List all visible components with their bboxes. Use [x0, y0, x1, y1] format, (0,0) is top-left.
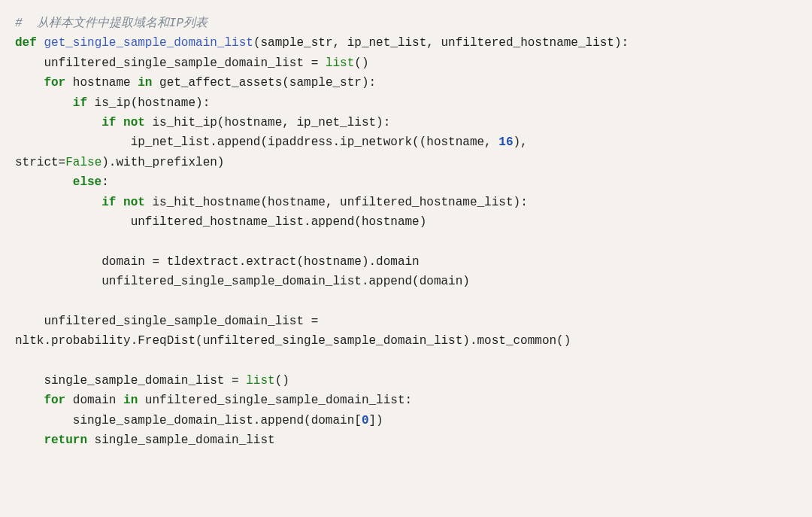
code-line [15, 351, 797, 371]
code-line: nltk.probability.FreqDist(unfiltered_sin… [15, 331, 797, 351]
code-token: unfiltered_hostname_list.append(hostname… [15, 215, 426, 229]
code-token: list [246, 374, 274, 388]
code-token: () [275, 374, 289, 388]
code-token: else [73, 175, 102, 189]
code-line: domain = tldextract.extract(hostname).do… [15, 252, 797, 272]
code-token: single_sample_domain_list.append(domain[ [15, 414, 362, 427]
code-block: # 从样本文件中提取域名和IP列表def get_single_sample_d… [0, 0, 812, 464]
code-line: if not is_hit_ip(hostname, ip_net_list): [15, 113, 797, 132]
code-line: return single_sample_domain_list [15, 430, 797, 450]
code-token: hostname [65, 76, 138, 90]
code-token [15, 433, 44, 447]
code-token: single_sample_domain_list [87, 433, 275, 447]
code-token: single_sample_domain_list = [15, 374, 246, 388]
code-token: unfiltered_single_sample_domain_list.app… [15, 275, 470, 288]
code-line [15, 291, 797, 311]
code-line: unfiltered_single_sample_domain_list.app… [15, 272, 797, 291]
code-token: ip_net_list.append(ipaddress.ip_network(… [15, 135, 498, 149]
code-line: for hostname in get_affect_assets(sample… [15, 73, 797, 93]
code-token [116, 116, 123, 129]
code-line: else: [15, 172, 797, 192]
code-token: # 从样本文件中提取域名和IP列表 [15, 17, 208, 30]
code-line: # 从样本文件中提取域名和IP列表 [15, 14, 797, 33]
code-token: if [102, 116, 116, 129]
code-token: domain [65, 394, 123, 407]
code-token: domain = tldextract.extract(hostname).do… [15, 255, 420, 269]
code-token: not [123, 116, 145, 129]
code-token: in [123, 394, 138, 407]
code-token [37, 36, 44, 50]
code-token: if [102, 196, 116, 209]
code-token: for [44, 76, 65, 90]
code-token: unfiltered_single_sample_domain_list = [15, 315, 326, 328]
code-token [15, 394, 44, 407]
code-token: is_hit_hostname(hostname, unfiltered_hos… [145, 196, 528, 209]
code-line: unfiltered_single_sample_domain_list = l… [15, 53, 797, 73]
code-token: get_affect_assets(sample_str): [152, 76, 376, 90]
code-token: ]) [368, 414, 383, 427]
code-token [15, 196, 102, 209]
code-token [15, 76, 44, 90]
code-token [15, 175, 73, 189]
code-line: ip_net_list.append(ipaddress.ip_network(… [15, 132, 797, 152]
code-line: for domain in unfiltered_single_sample_d… [15, 391, 797, 410]
code-token: strict= [15, 156, 65, 169]
code-token [116, 196, 123, 209]
code-token: ), [514, 135, 535, 149]
code-token: unfiltered_single_sample_domain_list = [15, 56, 326, 70]
code-token [15, 96, 73, 110]
code-token: False [65, 156, 102, 169]
code-token: (sample_str, ip_net_list, unfiltered_hos… [253, 36, 629, 50]
code-line [15, 232, 797, 251]
code-line: single_sample_domain_list.append(domain[… [15, 411, 797, 430]
code-token: is_hit_ip(hostname, ip_net_list): [145, 116, 390, 129]
code-line: def get_single_sample_domain_list(sample… [15, 33, 797, 53]
code-line: unfiltered_single_sample_domain_list = [15, 312, 797, 331]
code-token [15, 116, 102, 129]
code-token: 16 [498, 135, 513, 149]
code-token: not [123, 196, 145, 209]
code-token: get_single_sample_domain_list [44, 36, 253, 50]
code-token: in [138, 76, 152, 90]
code-token: unfiltered_single_sample_domain_list: [138, 394, 412, 407]
code-token: if [73, 96, 87, 110]
code-token: return [44, 433, 87, 447]
code-token: is_ip(hostname): [87, 96, 210, 110]
code-token: nltk.probability.FreqDist(unfiltered_sin… [15, 334, 571, 348]
code-token: : [102, 175, 109, 189]
code-token: ).with_prefixlen) [102, 156, 224, 169]
code-token: for [44, 394, 65, 407]
code-token: list [326, 56, 354, 70]
code-line: if not is_hit_hostname(hostname, unfilte… [15, 193, 797, 212]
code-line: unfiltered_hostname_list.append(hostname… [15, 212, 797, 232]
code-token: () [354, 56, 368, 70]
code-token: def [15, 36, 37, 50]
code-line: strict=False).with_prefixlen) [15, 153, 797, 172]
code-line: single_sample_domain_list = list() [15, 371, 797, 391]
code-line: if is_ip(hostname): [15, 93, 797, 113]
